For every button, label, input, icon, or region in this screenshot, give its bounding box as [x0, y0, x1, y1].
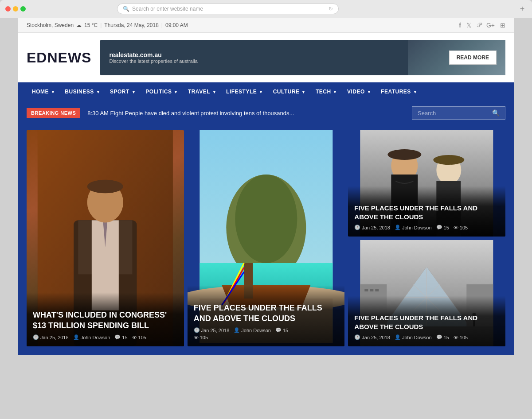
svg-point-11 [235, 175, 297, 263]
header: EDNEWS realestate.com.au Discover the la… [18, 33, 514, 82]
site-logo[interactable]: EDNEWS [27, 50, 91, 66]
nav-item-features[interactable]: FEATURES ▾ [376, 82, 422, 101]
nav-item-video[interactable]: VIDEO ▾ [342, 82, 376, 101]
nav-item-home[interactable]: HOME ▾ [27, 82, 59, 101]
nav-list: HOME ▾ BUSINESS ▾ SPORT ▾ POLITICS ▾ TRA… [27, 82, 505, 101]
author-icon-beach: 👤 John Dowson [234, 327, 271, 333]
divider: | [100, 22, 102, 28]
top-bar-left: Stockholm, Sweden ☁ 15 °C | Thursda, 24 … [27, 22, 188, 28]
rss-icon[interactable]: ⊞ [500, 22, 505, 29]
news-card-beach[interactable]: FIVE PLACES UNDER THE FALLS AND ABOVE TH… [188, 130, 345, 346]
nav-item-travel[interactable]: TRAVEL ▾ [183, 82, 221, 101]
news-card-women[interactable]: FIVE PLACES UNDER THE FALLS AND ABOVE TH… [348, 130, 505, 237]
card-overlay-women: FIVE PLACES UNDER THE FALLS AND ABOVE TH… [348, 186, 505, 237]
clock-icon: 🕐 Jan 25, 2018 [33, 334, 69, 340]
chevron-down-icon: ▾ [260, 90, 262, 94]
card-meta-beach-views: 👁 105 [194, 335, 339, 340]
card-title-women: FIVE PLACES UNDER THE FALLS AND ABOVE TH… [354, 204, 499, 221]
chevron-down-icon: ▾ [334, 90, 336, 94]
nav-link-home[interactable]: HOME ▾ [27, 82, 59, 101]
svg-rect-37 [376, 289, 379, 291]
ad-url: realestate.com.au [109, 51, 197, 58]
nav-item-tech[interactable]: TECH ▾ [310, 82, 342, 101]
chevron-down-icon: ▾ [133, 90, 135, 94]
views-icon-beach: 👁 105 [194, 335, 208, 340]
location-text: Stockholm, Sweden [27, 22, 74, 28]
search-box[interactable]: 🔍 [412, 106, 505, 120]
nav-item-sport[interactable]: SPORT ▾ [105, 82, 140, 101]
search-icon: 🔍 [123, 6, 129, 12]
browser-chrome: 🔍 Search or enter website name ↻ + [0, 0, 532, 18]
nav-link-sport[interactable]: SPORT ▾ [105, 82, 140, 101]
author-icon: 👤 John Dowson [73, 334, 110, 340]
search-icon: 🔍 [492, 109, 500, 116]
comment-icon-beach: 💬 15 [275, 327, 288, 333]
nav-link-travel[interactable]: TRAVEL ▾ [183, 82, 221, 101]
ad-banner[interactable]: realestate.com.au Discover the latest pr… [100, 40, 505, 75]
refresh-icon[interactable]: ↻ [329, 6, 333, 12]
chevron-down-icon: ▾ [302, 90, 305, 94]
close-button[interactable] [5, 6, 11, 12]
main-nav: HOME ▾ BUSINESS ▾ SPORT ▾ POLITICS ▾ TRA… [18, 82, 514, 101]
nav-link-video[interactable]: VIDEO ▾ [342, 82, 376, 101]
url-bar[interactable]: 🔍 Search or enter website name ↻ [117, 4, 339, 14]
date-text: Thursda, 24 May, 2018 [104, 22, 159, 28]
nav-link-politics[interactable]: POLITICS ▾ [140, 82, 183, 101]
nav-link-tech[interactable]: TECH ▾ [310, 82, 342, 101]
url-text: Search or enter website name [132, 6, 203, 12]
chevron-down-icon: ▾ [414, 90, 417, 94]
minimize-button[interactable] [13, 6, 18, 12]
ad-read-more-button[interactable]: READ MORE [449, 50, 497, 65]
googleplus-icon[interactable]: G+ [486, 22, 495, 29]
news-card-congress[interactable]: WHAT'S INCLUDED IN CONGRESS' $13 TRILLIO… [27, 130, 184, 346]
top-bar: Stockholm, Sweden ☁ 15 °C | Thursda, 24 … [18, 18, 514, 33]
views-icon-pyramid: 👁 105 [454, 335, 468, 340]
author-icon-women: 👤 John Dowson [395, 225, 432, 230]
svg-rect-35 [365, 289, 368, 291]
nav-item-business[interactable]: BUSINESS ▾ [59, 82, 105, 101]
nav-link-lifestyle[interactable]: LIFESTYLE ▾ [221, 82, 268, 101]
card-title-beach: FIVE PLACES UNDER THE FALLS AND ABOVE TH… [194, 303, 339, 324]
comment-icon-pyramid: 💬 15 [436, 334, 449, 340]
nav-item-lifestyle[interactable]: LIFESTYLE ▾ [221, 82, 268, 101]
card-meta-congress: 🕐 Jan 25, 2018 👤 John Dowson 💬 15 👁 105 [33, 334, 178, 340]
pinterest-icon[interactable]: 𝒫 [477, 21, 481, 29]
nav-item-politics[interactable]: POLITICS ▾ [140, 82, 183, 101]
card-overlay-congress: WHAT'S INCLUDED IN CONGRESS' $13 TRILLIO… [27, 292, 184, 346]
card-overlay-pyramid: FIVE PLACES UNDER THE FALLS AND ABOVE TH… [348, 296, 505, 346]
time-text: 09:00 AM [165, 22, 188, 28]
card-title-pyramid: FIVE PLACES UNDER THE FALLS AND ABOVE TH… [354, 314, 499, 331]
chevron-down-icon: ▾ [175, 90, 177, 94]
views-icon-women: 👁 105 [454, 225, 468, 230]
card-meta-women: 🕐 Jan 25, 2018 👤 John Dowson 💬 15 👁 105 [354, 225, 499, 230]
news-grid: WHAT'S INCLUDED IN CONGRESS' $13 TRILLIO… [18, 125, 514, 355]
news-card-pyramid[interactable]: FIVE PLACES UNDER THE FALLS AND ABOVE TH… [348, 240, 505, 346]
svg-point-22 [388, 149, 422, 160]
nav-link-culture[interactable]: CULTURE ▾ [268, 82, 310, 101]
comment-icon-women: 💬 15 [436, 225, 449, 230]
comment-icon: 💬 15 [114, 334, 127, 340]
weather-icon: ☁ [76, 22, 82, 28]
chevron-down-icon: ▾ [368, 90, 371, 94]
nav-link-features[interactable]: FEATURES ▾ [376, 82, 422, 101]
traffic-lights [5, 6, 26, 12]
card-title-congress: WHAT'S INCLUDED IN CONGRESS' $13 TRILLIO… [33, 310, 178, 331]
search-input[interactable] [418, 110, 489, 116]
nav-link-business[interactable]: BUSINESS ▾ [59, 82, 105, 101]
card-meta-beach: 🕐 Jan 25, 2018 👤 John Dowson 💬 15 [194, 327, 339, 333]
chevron-down-icon: ▾ [213, 90, 216, 94]
nav-item-culture[interactable]: CULTURE ▾ [268, 82, 310, 101]
twitter-icon[interactable]: 𝕏 [466, 22, 471, 29]
ad-description: Discover the latest properties of austra… [109, 58, 197, 64]
breaking-news-bar: BREAKING NEWS 8:30 AM Eight People have … [18, 101, 514, 125]
author-icon-pyramid: 👤 John Dowson [395, 334, 432, 340]
facebook-icon[interactable]: f [459, 22, 461, 29]
top-bar-social: f 𝕏 𝒫 G+ ⊞ [459, 21, 505, 29]
chevron-down-icon: ▾ [97, 90, 100, 94]
svg-point-25 [434, 155, 465, 165]
new-tab-button[interactable]: + [518, 4, 527, 13]
clock-icon-pyramid: 🕐 Jan 25, 2018 [354, 334, 390, 340]
site-wrapper: Stockholm, Sweden ☁ 15 °C | Thursda, 24 … [18, 18, 514, 355]
breaking-news-label: BREAKING NEWS [27, 108, 80, 118]
maximize-button[interactable] [20, 6, 26, 12]
